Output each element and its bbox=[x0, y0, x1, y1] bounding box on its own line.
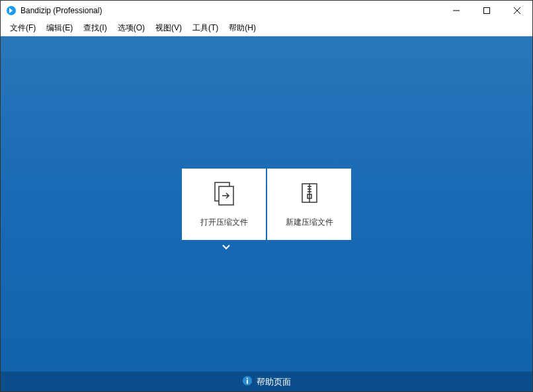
tile-row: 打开压缩文件 新建压缩文件 bbox=[182, 169, 351, 240]
statusbar: 帮助页面 bbox=[1, 372, 532, 392]
svg-rect-15 bbox=[247, 380, 248, 384]
window-controls bbox=[441, 1, 532, 20]
new-archive-icon bbox=[296, 180, 323, 206]
menu-file[interactable]: 文件(F) bbox=[5, 20, 41, 36]
menubar: 文件(F) 编辑(E) 查找(I) 选项(O) 视图(V) 工具(T) 帮助(H… bbox=[1, 20, 532, 36]
maximize-button[interactable] bbox=[472, 1, 502, 20]
new-archive-label: 新建压缩文件 bbox=[286, 217, 333, 228]
info-icon bbox=[242, 375, 253, 388]
menu-find[interactable]: 查找(I) bbox=[78, 20, 112, 36]
minimize-button[interactable] bbox=[441, 1, 472, 20]
main-area: 打开压缩文件 新建压缩文件 bbox=[1, 36, 532, 372]
menu-help[interactable]: 帮助(H) bbox=[224, 20, 261, 36]
open-archive-label: 打开压缩文件 bbox=[200, 217, 248, 228]
menu-view[interactable]: 视图(V) bbox=[150, 20, 187, 36]
help-page-label: 帮助页面 bbox=[257, 376, 291, 388]
help-page-link[interactable]: 帮助页面 bbox=[242, 375, 291, 388]
svg-rect-2 bbox=[484, 8, 490, 14]
window-title: Bandizip (Professional) bbox=[20, 6, 441, 15]
menu-tools[interactable]: 工具(T) bbox=[187, 20, 224, 36]
titlebar: Bandizip (Professional) bbox=[1, 1, 532, 20]
open-archive-icon bbox=[211, 180, 237, 206]
close-button[interactable] bbox=[502, 1, 532, 20]
new-archive-tile[interactable]: 新建压缩文件 bbox=[267, 169, 351, 240]
menu-options[interactable]: 选项(O) bbox=[112, 20, 150, 36]
app-icon bbox=[6, 5, 17, 16]
open-archive-tile[interactable]: 打开压缩文件 bbox=[182, 169, 266, 240]
svg-point-14 bbox=[247, 378, 248, 379]
chevron-down-icon[interactable] bbox=[222, 241, 231, 253]
menu-edit[interactable]: 编辑(E) bbox=[41, 20, 78, 36]
